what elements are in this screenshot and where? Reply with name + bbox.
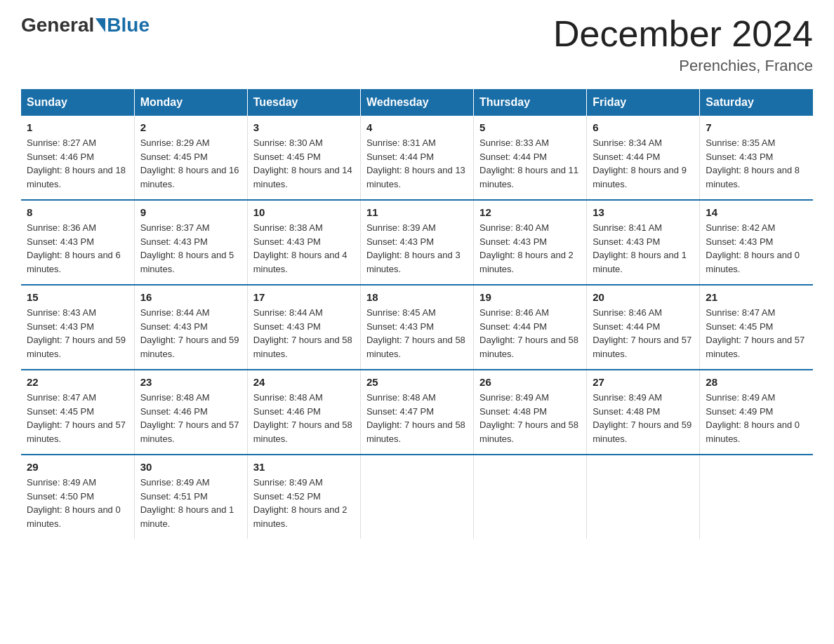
logo-area: General Blue — [21, 14, 150, 36]
day-info: Sunrise: 8:49 AM Sunset: 4:48 PM Dayligh… — [593, 391, 694, 445]
calendar-day-cell: 19 Sunrise: 8:46 AM Sunset: 4:44 PM Dayl… — [474, 285, 587, 370]
title-area: December 2024 Perenchies, France — [553, 14, 813, 75]
day-info: Sunrise: 8:43 AM Sunset: 4:43 PM Dayligh… — [27, 306, 128, 361]
day-number: 20 — [593, 291, 694, 303]
day-number: 17 — [253, 291, 355, 303]
logo-general-text: General — [21, 14, 94, 36]
day-info: Sunrise: 8:40 AM Sunset: 4:43 PM Dayligh… — [479, 221, 581, 276]
day-info: Sunrise: 8:46 AM Sunset: 4:44 PM Dayligh… — [479, 306, 581, 361]
col-monday: Monday — [134, 89, 247, 116]
calendar-day-cell: 11 Sunrise: 8:39 AM Sunset: 4:43 PM Dayl… — [360, 200, 473, 285]
day-number: 30 — [140, 461, 241, 473]
calendar-day-cell — [700, 455, 813, 539]
calendar-day-cell: 4 Sunrise: 8:31 AM Sunset: 4:44 PM Dayli… — [360, 116, 473, 200]
calendar-day-cell: 10 Sunrise: 8:38 AM Sunset: 4:43 PM Dayl… — [247, 200, 360, 285]
calendar-day-cell: 29 Sunrise: 8:49 AM Sunset: 4:50 PM Dayl… — [21, 455, 134, 539]
day-number: 14 — [706, 206, 807, 218]
day-info: Sunrise: 8:37 AM Sunset: 4:43 PM Dayligh… — [140, 221, 241, 276]
day-info: Sunrise: 8:47 AM Sunset: 4:45 PM Dayligh… — [706, 306, 807, 361]
day-info: Sunrise: 8:42 AM Sunset: 4:43 PM Dayligh… — [706, 221, 807, 276]
day-info: Sunrise: 8:27 AM Sunset: 4:46 PM Dayligh… — [27, 136, 128, 191]
day-info: Sunrise: 8:29 AM Sunset: 4:45 PM Dayligh… — [140, 136, 241, 191]
calendar-day-cell: 24 Sunrise: 8:48 AM Sunset: 4:46 PM Dayl… — [247, 370, 360, 455]
calendar-table: Sunday Monday Tuesday Wednesday Thursday… — [21, 89, 813, 539]
day-number: 1 — [27, 121, 128, 133]
day-info: Sunrise: 8:49 AM Sunset: 4:52 PM Dayligh… — [253, 476, 355, 530]
day-number: 28 — [706, 376, 807, 388]
day-number: 29 — [27, 461, 128, 473]
calendar-day-cell: 9 Sunrise: 8:37 AM Sunset: 4:43 PM Dayli… — [134, 200, 247, 285]
calendar-week-row: 15 Sunrise: 8:43 AM Sunset: 4:43 PM Dayl… — [21, 285, 813, 370]
day-info: Sunrise: 8:30 AM Sunset: 4:45 PM Dayligh… — [253, 136, 355, 191]
calendar-day-cell: 6 Sunrise: 8:34 AM Sunset: 4:44 PM Dayli… — [587, 116, 700, 200]
calendar-day-cell — [474, 455, 587, 539]
calendar-day-cell: 28 Sunrise: 8:49 AM Sunset: 4:49 PM Dayl… — [700, 370, 813, 455]
page-header: General Blue December 2024 Perenchies, F… — [21, 14, 813, 75]
day-info: Sunrise: 8:36 AM Sunset: 4:43 PM Dayligh… — [27, 221, 128, 276]
day-number: 5 — [479, 121, 581, 133]
day-info: Sunrise: 8:35 AM Sunset: 4:43 PM Dayligh… — [706, 136, 807, 191]
col-thursday: Thursday — [474, 89, 587, 116]
day-number: 7 — [706, 121, 807, 133]
calendar-day-cell: 5 Sunrise: 8:33 AM Sunset: 4:44 PM Dayli… — [474, 116, 587, 200]
day-number: 9 — [140, 206, 241, 218]
day-info: Sunrise: 8:48 AM Sunset: 4:47 PM Dayligh… — [366, 391, 468, 445]
col-tuesday: Tuesday — [247, 89, 360, 116]
calendar-subtitle: Perenchies, France — [553, 57, 813, 75]
day-number: 10 — [253, 206, 355, 218]
calendar-day-cell: 16 Sunrise: 8:44 AM Sunset: 4:43 PM Dayl… — [134, 285, 247, 370]
day-info: Sunrise: 8:47 AM Sunset: 4:45 PM Dayligh… — [27, 391, 128, 445]
day-number: 13 — [593, 206, 694, 218]
calendar-day-cell: 20 Sunrise: 8:46 AM Sunset: 4:44 PM Dayl… — [587, 285, 700, 370]
calendar-day-cell: 25 Sunrise: 8:48 AM Sunset: 4:47 PM Dayl… — [360, 370, 473, 455]
calendar-day-cell — [587, 455, 700, 539]
calendar-day-cell: 1 Sunrise: 8:27 AM Sunset: 4:46 PM Dayli… — [21, 116, 134, 200]
calendar-day-cell: 14 Sunrise: 8:42 AM Sunset: 4:43 PM Dayl… — [700, 200, 813, 285]
day-info: Sunrise: 8:49 AM Sunset: 4:50 PM Dayligh… — [27, 476, 128, 530]
calendar-day-cell: 12 Sunrise: 8:40 AM Sunset: 4:43 PM Dayl… — [474, 200, 587, 285]
day-info: Sunrise: 8:44 AM Sunset: 4:43 PM Dayligh… — [253, 306, 355, 361]
day-number: 27 — [593, 376, 694, 388]
day-info: Sunrise: 8:48 AM Sunset: 4:46 PM Dayligh… — [253, 391, 355, 445]
day-info: Sunrise: 8:34 AM Sunset: 4:44 PM Dayligh… — [593, 136, 694, 191]
calendar-title: December 2024 — [553, 14, 813, 54]
day-number: 19 — [479, 291, 581, 303]
day-number: 24 — [253, 376, 355, 388]
logo-triangle-icon — [95, 18, 105, 32]
day-number: 21 — [706, 291, 807, 303]
logo-blue-text: Blue — [107, 14, 150, 36]
calendar-week-row: 29 Sunrise: 8:49 AM Sunset: 4:50 PM Dayl… — [21, 455, 813, 539]
calendar-header-row: Sunday Monday Tuesday Wednesday Thursday… — [21, 89, 813, 116]
day-info: Sunrise: 8:41 AM Sunset: 4:43 PM Dayligh… — [593, 221, 694, 276]
day-number: 26 — [479, 376, 581, 388]
day-info: Sunrise: 8:46 AM Sunset: 4:44 PM Dayligh… — [593, 306, 694, 361]
calendar-day-cell: 31 Sunrise: 8:49 AM Sunset: 4:52 PM Dayl… — [247, 455, 360, 539]
calendar-week-row: 1 Sunrise: 8:27 AM Sunset: 4:46 PM Dayli… — [21, 116, 813, 200]
day-number: 2 — [140, 121, 241, 133]
day-number: 15 — [27, 291, 128, 303]
day-info: Sunrise: 8:45 AM Sunset: 4:43 PM Dayligh… — [366, 306, 468, 361]
calendar-week-row: 8 Sunrise: 8:36 AM Sunset: 4:43 PM Dayli… — [21, 200, 813, 285]
day-number: 25 — [366, 376, 468, 388]
calendar-week-row: 22 Sunrise: 8:47 AM Sunset: 4:45 PM Dayl… — [21, 370, 813, 455]
day-info: Sunrise: 8:44 AM Sunset: 4:43 PM Dayligh… — [140, 306, 241, 361]
day-number: 11 — [366, 206, 468, 218]
calendar-day-cell: 8 Sunrise: 8:36 AM Sunset: 4:43 PM Dayli… — [21, 200, 134, 285]
day-number: 6 — [593, 121, 694, 133]
day-number: 31 — [253, 461, 355, 473]
calendar-day-cell: 18 Sunrise: 8:45 AM Sunset: 4:43 PM Dayl… — [360, 285, 473, 370]
calendar-day-cell: 21 Sunrise: 8:47 AM Sunset: 4:45 PM Dayl… — [700, 285, 813, 370]
day-number: 3 — [253, 121, 355, 133]
day-info: Sunrise: 8:49 AM Sunset: 4:49 PM Dayligh… — [706, 391, 807, 445]
day-number: 22 — [27, 376, 128, 388]
calendar-day-cell: 13 Sunrise: 8:41 AM Sunset: 4:43 PM Dayl… — [587, 200, 700, 285]
day-info: Sunrise: 8:31 AM Sunset: 4:44 PM Dayligh… — [366, 136, 468, 191]
col-saturday: Saturday — [700, 89, 813, 116]
logo: General Blue — [21, 14, 150, 36]
col-sunday: Sunday — [21, 89, 134, 116]
calendar-day-cell: 7 Sunrise: 8:35 AM Sunset: 4:43 PM Dayli… — [700, 116, 813, 200]
calendar-day-cell: 27 Sunrise: 8:49 AM Sunset: 4:48 PM Dayl… — [587, 370, 700, 455]
day-info: Sunrise: 8:39 AM Sunset: 4:43 PM Dayligh… — [366, 221, 468, 276]
calendar-day-cell: 2 Sunrise: 8:29 AM Sunset: 4:45 PM Dayli… — [134, 116, 247, 200]
calendar-day-cell: 26 Sunrise: 8:49 AM Sunset: 4:48 PM Dayl… — [474, 370, 587, 455]
